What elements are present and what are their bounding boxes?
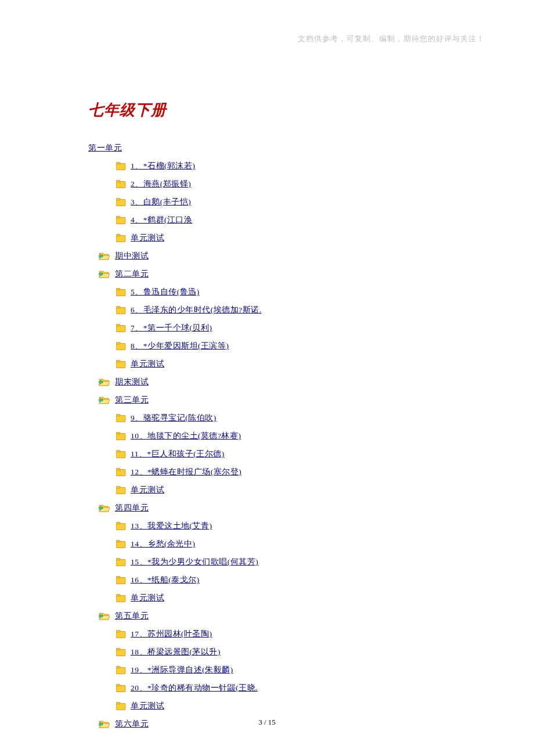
toc-link[interactable]: 14、乡愁(余光中) [131,535,196,553]
toc-item: 7、*第一千个球(贝利) [116,319,448,337]
toc-link[interactable]: 单元测试 [131,355,164,373]
toc-item: 2、海燕(郑振铎) [116,175,448,193]
toc-link[interactable]: 单元测试 [131,481,164,499]
toc-item: 8、*少年爱因斯坦(王滨等) [116,337,448,355]
svg-rect-44 [116,667,125,674]
toc-link[interactable]: 4、*鹤群(江口涣 [131,211,193,229]
svg-rect-25 [116,450,120,452]
svg-rect-12 [116,307,125,314]
toc-link[interactable]: 11、*巨人和孩子(王尔德) [131,445,225,463]
toc-link[interactable]: 单元测试 [131,589,164,607]
folder-closed-icon [116,576,126,584]
folder-closed-icon [116,594,126,602]
toc-item: 单元测试 [116,589,448,607]
folder-open-icon [99,252,110,260]
folder-closed-icon [116,630,126,638]
toc-link[interactable]: 期中测试 [115,247,149,265]
toc-item: 期中测试 [99,247,448,265]
svg-rect-13 [116,306,120,308]
svg-rect-38 [116,595,125,602]
svg-rect-36 [116,577,125,584]
svg-rect-34 [116,559,125,566]
svg-rect-35 [116,558,120,560]
svg-rect-31 [116,522,120,524]
toc-item: 单元测试 [116,355,448,373]
toc-link[interactable]: 5、鲁迅自传(鲁迅) [131,283,200,301]
svg-rect-14 [116,325,125,332]
svg-rect-17 [116,342,120,344]
folder-closed-icon [116,684,126,692]
folder-closed-icon [116,306,126,314]
toc-item: 17、苏州园林(叶圣陶) [116,625,448,643]
svg-rect-10 [116,289,125,296]
folder-closed-icon [116,288,126,296]
svg-rect-42 [116,649,125,656]
toc-item: 第二单元 [99,265,448,283]
toc-link[interactable]: 9、骆驼寻宝记(陈伯吹) [131,409,217,427]
svg-rect-43 [116,648,120,650]
svg-rect-40 [116,631,125,638]
svg-rect-19 [116,360,120,362]
toc-link[interactable]: 期末测试 [115,373,149,391]
toc-link[interactable]: 第三单元 [115,391,149,409]
toc-link[interactable]: 17、苏州园林(叶圣陶) [131,625,212,643]
toc-item: 12、*蟋蟀在时报广场(塞尔登) [116,463,448,481]
folder-open-icon [99,396,110,404]
page-number: 3 / 15 [0,718,534,727]
toc-link[interactable]: 12、*蟋蟀在时报广场(塞尔登) [131,463,241,481]
toc-item: 19、*洲际导弹自述(朱毅麟) [116,661,448,679]
svg-rect-26 [116,469,125,476]
svg-rect-8 [116,235,125,242]
svg-rect-37 [116,576,120,578]
toc-link[interactable]: 18、桥梁远景图(茅以升) [131,643,221,661]
toc-item: 第五单元 [99,607,448,625]
toc-link[interactable]: 15、*我为少男少女们歌唱(何其芳) [131,553,258,571]
svg-rect-20 [116,415,125,422]
toc-link[interactable]: 8、*少年爱因斯坦(王滨等) [131,337,229,355]
toc-link[interactable]: 第四单元 [115,499,149,517]
toc-item: 9、骆驼寻宝记(陈伯吹) [116,409,448,427]
toc-link[interactable]: 13、我爱这土地(艾青) [131,517,212,535]
svg-rect-6 [116,217,125,224]
toc-item: 10、地毯下的尘土(莫德?林赛) [116,427,448,445]
svg-rect-11 [116,288,120,290]
toc-item: 3、白鹅(丰子恺) [116,193,448,211]
svg-rect-4 [116,199,125,206]
toc-item: 20、*珍奇的稀有动物一针鼹(王晓. [116,679,448,697]
svg-rect-23 [116,432,120,434]
svg-rect-16 [116,343,125,350]
toc-link[interactable]: 单元测试 [131,697,164,715]
toc-link[interactable]: 第一单元 [88,139,122,157]
toc-item: 期末测试 [99,373,448,391]
toc-link[interactable]: 19、*洲际导弹自述(朱毅麟) [131,661,233,679]
toc-item: 第四单元 [99,499,448,517]
toc-link[interactable]: 16、*纸船(泰戈尔) [131,571,200,589]
toc-item: 第一单元 [88,139,448,157]
svg-rect-24 [116,451,125,458]
toc-link[interactable]: 2、海燕(郑振铎) [131,175,191,193]
folder-closed-icon [116,666,126,674]
toc-link[interactable]: 单元测试 [131,229,164,247]
page-title: 七年级下册 [88,100,448,120]
toc-link[interactable]: 1、*石榴(郭沫若) [131,157,196,175]
toc-item: 14、乡愁(余光中) [116,535,448,553]
svg-rect-47 [116,684,120,686]
toc-link[interactable]: 7、*第一千个球(贝利) [131,319,212,337]
svg-rect-21 [116,414,120,416]
svg-rect-22 [116,433,125,440]
toc-tree: 第一单元1、*石榴(郭沫若)2、海燕(郑振铎)3、白鹅(丰子恺)4、*鹤群(江口… [88,139,448,733]
folder-closed-icon [116,360,126,368]
toc-link[interactable]: 第五单元 [115,607,149,625]
toc-item: 单元测试 [116,481,448,499]
toc-link[interactable]: 第二单元 [115,265,149,283]
toc-link[interactable]: 10、地毯下的尘土(莫德?林赛) [131,427,241,445]
folder-closed-icon [116,198,126,206]
content-area: 七年级下册 第一单元1、*石榴(郭沫若)2、海燕(郑振铎)3、白鹅(丰子恺)4、… [88,100,448,733]
toc-link[interactable]: 3、白鹅(丰子恺) [131,193,191,211]
folder-closed-icon [116,540,126,548]
folder-closed-icon [116,522,126,530]
toc-link[interactable]: 20、*珍奇的稀有动物一针鼹(王晓. [131,679,258,697]
svg-rect-18 [116,361,125,368]
toc-link[interactable]: 6、毛泽东的少年时代(埃德加?斯诺. [131,301,262,319]
svg-rect-2 [116,181,125,188]
